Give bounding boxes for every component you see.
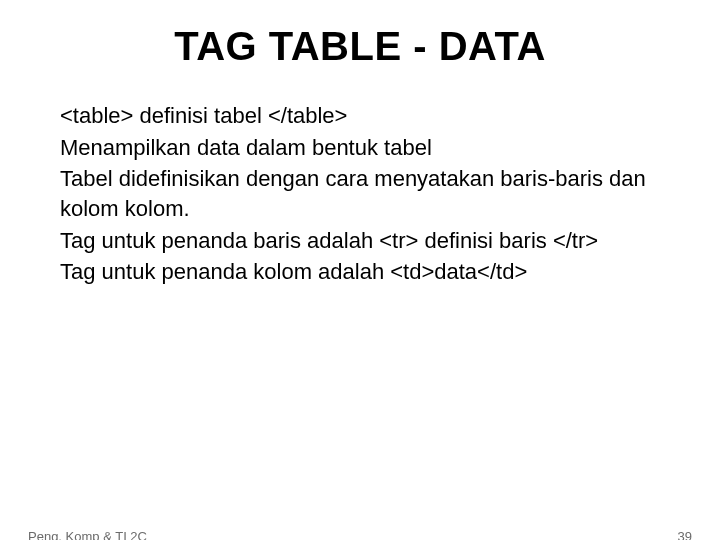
page-number: 39 [678,529,692,540]
slide-title: TAG TABLE - DATA [0,24,720,69]
footer-left: Peng. Komp & TI 2C [28,529,147,540]
body-line-3: Tabel didefinisikan dengan cara menyatak… [60,164,660,223]
body-line-1: <table> definisi tabel </table> [60,101,660,131]
body-line-4: Tag untuk penanda baris adalah <tr> defi… [60,226,660,256]
slide: TAG TABLE - DATA <table> definisi tabel … [0,24,720,540]
slide-body: <table> definisi tabel </table> Menampil… [60,101,660,287]
body-line-5: Tag untuk penanda kolom adalah <td>data<… [60,257,660,287]
body-line-2: Menampilkan data dalam bentuk tabel [60,133,660,163]
